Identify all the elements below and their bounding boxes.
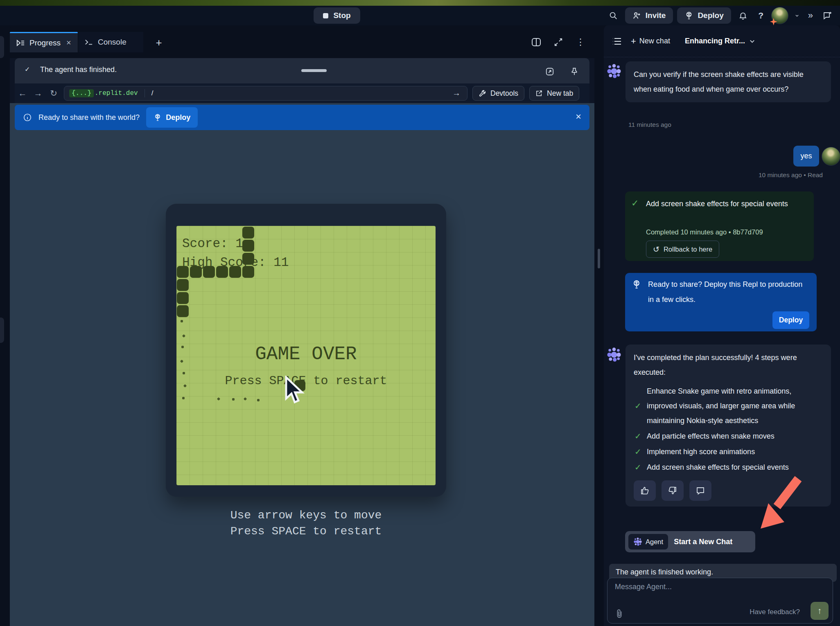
deploy-card-icon bbox=[632, 279, 641, 289]
particle-speck bbox=[181, 346, 184, 348]
tab-progress-label: Progress bbox=[29, 38, 61, 47]
deploy-label: Deploy bbox=[698, 11, 723, 20]
restart-hint-text: Press SPACE to restart bbox=[176, 374, 436, 388]
step-check-icon: ✓ bbox=[635, 429, 641, 444]
agent-finished-bar: ✓ The agent has finished. bbox=[15, 58, 589, 83]
pin-icon[interactable] bbox=[567, 64, 582, 79]
new-tab-button[interactable]: New tab bbox=[529, 86, 579, 101]
snake-segment bbox=[177, 305, 189, 317]
rail-stub-middle[interactable] bbox=[0, 318, 4, 343]
step-check-icon: ✓ bbox=[635, 399, 641, 413]
url-go-arrow-icon[interactable]: → bbox=[450, 88, 463, 98]
lcd-screen[interactable]: Score: 1 High Score: 11 GAME OVER Press … bbox=[176, 226, 436, 485]
top-bar: Stop Invite Deploy ? bbox=[0, 6, 840, 25]
chat-list-icon[interactable] bbox=[610, 37, 624, 46]
send-button[interactable]: ↑ bbox=[811, 602, 829, 620]
split-pane-icon[interactable] bbox=[528, 34, 544, 50]
particle-speck bbox=[232, 398, 235, 401]
tab-console[interactable]: Console bbox=[78, 32, 143, 52]
agent-plan-message: I've completed the plan successfully! 4 … bbox=[625, 345, 831, 507]
user-avatar[interactable] bbox=[771, 7, 788, 24]
window-top-strip bbox=[0, 0, 840, 6]
thumbs-down-icon[interactable] bbox=[662, 480, 684, 501]
snake-segment bbox=[177, 292, 189, 304]
have-feedback-link[interactable]: Have feedback? bbox=[747, 608, 802, 617]
pane-resize-handle[interactable] bbox=[598, 249, 600, 268]
particle-speck bbox=[257, 399, 260, 401]
attachment-paperclip-icon[interactable] bbox=[612, 608, 626, 619]
replit-workspace: Stop Invite Deploy ? bbox=[0, 0, 840, 626]
comment-icon[interactable] bbox=[689, 480, 711, 501]
particle-speck bbox=[182, 397, 185, 399]
particle-speck bbox=[182, 334, 185, 338]
agent-pill-logo-icon bbox=[633, 537, 642, 546]
agent-logo-icon bbox=[606, 347, 622, 363]
deploy-button[interactable]: Deploy bbox=[677, 7, 731, 24]
deploy-icon bbox=[684, 11, 693, 20]
add-tab-button[interactable]: + bbox=[151, 34, 167, 51]
chat-title-chevron-icon bbox=[749, 38, 755, 44]
banner-text: Ready to share with the world? bbox=[38, 113, 140, 122]
invite-label: Invite bbox=[646, 11, 666, 20]
chat-header: + New chat Enhancing Retr... bbox=[604, 25, 840, 57]
help-icon[interactable]: ? bbox=[755, 8, 767, 23]
nav-back-icon[interactable]: ← bbox=[15, 86, 30, 101]
agent-pill-label: Agent bbox=[646, 538, 663, 546]
user-message-meta: 10 minutes ago • Read bbox=[733, 171, 823, 179]
account-chevron-down-icon[interactable] bbox=[793, 8, 802, 23]
tab-progress-close-icon[interactable]: × bbox=[65, 38, 72, 47]
devtools-button[interactable]: Devtools bbox=[472, 86, 524, 101]
new-chat-button[interactable]: + New chat bbox=[628, 36, 673, 47]
deploy-card-button[interactable]: Deploy bbox=[772, 311, 809, 329]
step-check-icon: ✓ bbox=[635, 460, 641, 475]
devtools-label: Devtools bbox=[490, 89, 518, 98]
help-line-1: Use arrow keys to move bbox=[166, 507, 446, 523]
search-icon[interactable] bbox=[605, 8, 621, 23]
new-chat-bubble-icon[interactable] bbox=[820, 8, 835, 23]
collapse-right-icon[interactable]: » bbox=[806, 10, 815, 21]
agent-status-text: The agent is finished working. bbox=[616, 568, 713, 576]
stop-button[interactable]: Stop bbox=[314, 7, 360, 24]
drag-handle[interactable] bbox=[301, 69, 327, 72]
deploy-card-text: Ready to share? Deploy this Repl to prod… bbox=[648, 277, 804, 307]
start-new-chat-button[interactable]: Agent Start a New Chat bbox=[625, 531, 755, 552]
left-rail bbox=[0, 25, 10, 626]
console-tab-icon bbox=[85, 38, 93, 46]
info-icon bbox=[23, 113, 32, 122]
pane-menu-kebab-icon[interactable]: ⋮ bbox=[572, 34, 589, 50]
message-composer: Have feedback? ↑ bbox=[607, 578, 833, 624]
nav-reload-icon[interactable]: ↻ bbox=[46, 86, 61, 101]
agent-pill: Agent bbox=[628, 534, 668, 549]
new-tab-external-icon bbox=[535, 90, 543, 97]
thumbs-up-icon[interactable] bbox=[634, 480, 656, 501]
url-field[interactable]: {...} .replit.dev / → bbox=[64, 86, 467, 101]
snake-segment bbox=[203, 266, 215, 278]
open-external-icon[interactable] bbox=[542, 64, 558, 79]
agent-chat-panel: + New chat Enhancing Retr... Can yo bbox=[604, 25, 840, 626]
chat-title-dropdown[interactable]: Enhancing Retr... bbox=[682, 36, 758, 46]
score-text: Score: 1 bbox=[182, 236, 243, 251]
tab-progress[interactable]: Progress × bbox=[10, 32, 78, 52]
preview-pane: Progress × Console + ⋮ ✓ bbox=[10, 25, 594, 626]
agent-message-text: Can you verify if the screen shake effec… bbox=[634, 70, 804, 93]
plan-step-text: Add particle effects when snake moves bbox=[647, 432, 775, 440]
banner-deploy-button[interactable]: Deploy bbox=[146, 107, 198, 128]
tabstrip-actions: ⋮ bbox=[528, 34, 589, 50]
rollback-button[interactable]: ↺ Rollback to here bbox=[646, 241, 719, 258]
invite-button[interactable]: Invite bbox=[625, 7, 673, 24]
tab-strip: Progress × Console + ⋮ bbox=[10, 25, 594, 58]
agent-message: Can you verify if the screen shake effec… bbox=[625, 61, 831, 102]
nav-forward-icon[interactable]: → bbox=[30, 86, 46, 101]
snake-segment bbox=[190, 266, 202, 278]
notifications-bell-icon[interactable] bbox=[735, 8, 751, 23]
snake-segment bbox=[216, 266, 228, 278]
deploy-banner: Ready to share with the world? Deploy × bbox=[15, 105, 589, 130]
banner-close-icon[interactable]: × bbox=[573, 110, 584, 123]
rail-stub-top[interactable] bbox=[0, 36, 4, 58]
snake-segment bbox=[242, 266, 254, 278]
user-message-text: yes bbox=[800, 152, 812, 160]
expand-pane-icon[interactable] bbox=[550, 34, 567, 50]
message-input[interactable] bbox=[614, 582, 796, 592]
finished-check-icon: ✓ bbox=[25, 65, 30, 73]
plan-step: ✓ Enhance Snake game with retro animatio… bbox=[647, 384, 823, 428]
